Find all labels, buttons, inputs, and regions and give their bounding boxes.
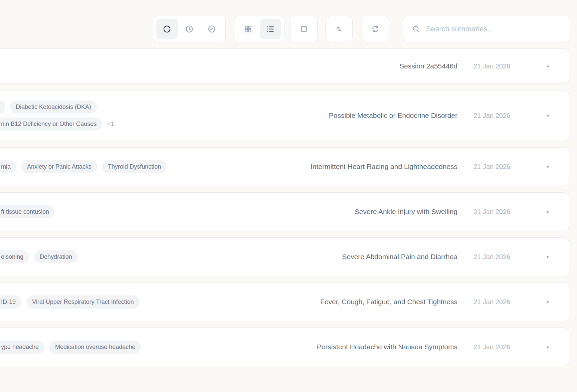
ellipsis-icon (547, 115, 549, 117)
session-title: Fever, Cough, Fatigue, and Chest Tightne… (320, 298, 457, 306)
ellipsis-icon (547, 166, 549, 168)
filter-option-clock[interactable] (179, 19, 200, 39)
tag-line: Diabetic Ketoacidosis (DKA) (0, 101, 329, 114)
row-menu-button[interactable] (538, 252, 557, 262)
list-icon (266, 25, 275, 33)
tag-list: miaAnxiety or Panic AttacksThyroid Dysfu… (0, 160, 311, 173)
tag-line: ft tissue contusion (0, 205, 355, 218)
tag-pill: ype headache (0, 341, 44, 354)
summary-card[interactable]: Diabetic Ketoacidosis (DKA)nin B12 Defic… (0, 90, 569, 141)
session-date: 21 Jan 2026 (457, 62, 538, 70)
ellipsis-icon (547, 256, 549, 258)
summary-card[interactable]: ft tissue contusionSevere Ankle Injury w… (0, 192, 569, 231)
tag-pill: Dehydration (34, 250, 78, 263)
session-date: 21 Jan 2026 (457, 163, 538, 171)
summary-card[interactable]: ype headacheMedication overuse headacheP… (0, 328, 569, 366)
search-icon (412, 25, 420, 33)
card-button[interactable] (290, 16, 318, 42)
session-date: 21 Jan 2026 (457, 253, 538, 261)
tag-list: oisoningDehydration (0, 250, 342, 263)
session-title: Session 2a55446d (399, 62, 457, 70)
refresh-button[interactable] (362, 16, 389, 42)
ellipsis-icon (547, 301, 549, 303)
session-title: Persistent Headache with Nausea Symptoms (317, 343, 457, 351)
summaries-list: Session 2a55446d21 Jan 2026Diabetic Keto… (0, 48, 577, 366)
tag-line: ype headacheMedication overuse headache (0, 341, 317, 354)
sort-button[interactable] (325, 16, 353, 42)
search-input[interactable] (426, 25, 566, 33)
session-date: 21 Jan 2026 (457, 343, 538, 351)
tag-list: Diabetic Ketoacidosis (DKA)nin B12 Defic… (0, 101, 329, 131)
summary-card[interactable]: Session 2a55446d21 Jan 2026 (0, 48, 569, 84)
row-menu-button[interactable] (538, 162, 557, 172)
sort-icon (335, 25, 343, 33)
tag-pill: Diabetic Ketoacidosis (DKA) (10, 101, 97, 114)
tag-pill: Medication overuse headache (49, 341, 141, 354)
more-tags-count: +1 (107, 121, 114, 128)
filter-option-circle[interactable] (156, 19, 178, 39)
tag-pill: Anxiety or Panic Attacks (21, 160, 97, 173)
view-option-list[interactable] (260, 19, 281, 39)
check-circle-icon (207, 25, 216, 33)
tag-pill: mia (0, 160, 16, 173)
row-menu-button[interactable] (538, 297, 557, 307)
ellipsis-icon (547, 346, 549, 348)
session-title: Severe Abdominal Pain and Diarrhea (342, 253, 457, 261)
row-menu-button[interactable] (538, 207, 557, 217)
summary-card[interactable]: miaAnxiety or Panic AttacksThyroid Dysfu… (0, 147, 569, 186)
filter-segmented-control (153, 16, 226, 42)
summary-card[interactable]: ID-19Viral Upper Respiratory Tract Infec… (0, 282, 569, 321)
toolbar (0, 0, 577, 43)
summary-card[interactable]: oisoningDehydrationSevere Abdominal Pain… (0, 237, 569, 276)
refresh-icon (371, 25, 380, 33)
tag-list: ID-19Viral Upper Respiratory Tract Infec… (0, 296, 320, 309)
tag-pill: Viral Upper Respiratory Tract Infection (26, 296, 140, 309)
tag-pill: nin B12 Deficiency or Other Causes (0, 118, 102, 131)
tag-pill: oisoning (0, 250, 29, 263)
clock-icon (185, 25, 194, 33)
session-title: Intermittent Heart Racing and Lightheade… (311, 163, 457, 171)
search-box (403, 16, 570, 42)
row-menu-button[interactable] (538, 111, 557, 121)
session-date: 21 Jan 2026 (457, 298, 538, 306)
tag-list: ype headacheMedication overuse headache (0, 341, 317, 354)
tag-pill: ft tissue contusion (0, 205, 55, 218)
ellipsis-icon (547, 211, 549, 213)
tag-line: ID-19Viral Upper Respiratory Tract Infec… (0, 296, 320, 309)
view-segmented-control (234, 16, 284, 42)
tag-list: ft tissue contusion (0, 205, 355, 218)
row-menu-button[interactable] (538, 342, 557, 352)
session-date: 21 Jan 2026 (457, 112, 538, 120)
tag-line: oisoningDehydration (0, 250, 342, 263)
tag-pill: ID-19 (0, 296, 21, 309)
session-title: Possible Metabolic or Endocrine Disorder (329, 112, 457, 120)
square-icon (300, 25, 308, 33)
tag-pill: Thyroid Dysfunction (102, 160, 167, 173)
ellipsis-icon (547, 65, 549, 67)
tag-pill-fragment (0, 101, 5, 114)
grid-icon (244, 25, 252, 33)
row-menu-button[interactable] (538, 61, 557, 71)
session-date: 21 Jan 2026 (457, 208, 538, 216)
tag-line: nin B12 Deficiency or Other Causes+1 (0, 118, 329, 131)
session-title: Severe Ankle Injury with Swelling (355, 208, 457, 216)
search-icon (412, 25, 420, 33)
circle-icon (163, 25, 171, 33)
view-option-grid[interactable] (237, 19, 259, 39)
tag-line: miaAnxiety or Panic AttacksThyroid Dysfu… (0, 160, 311, 173)
filter-option-check[interactable] (201, 19, 222, 39)
